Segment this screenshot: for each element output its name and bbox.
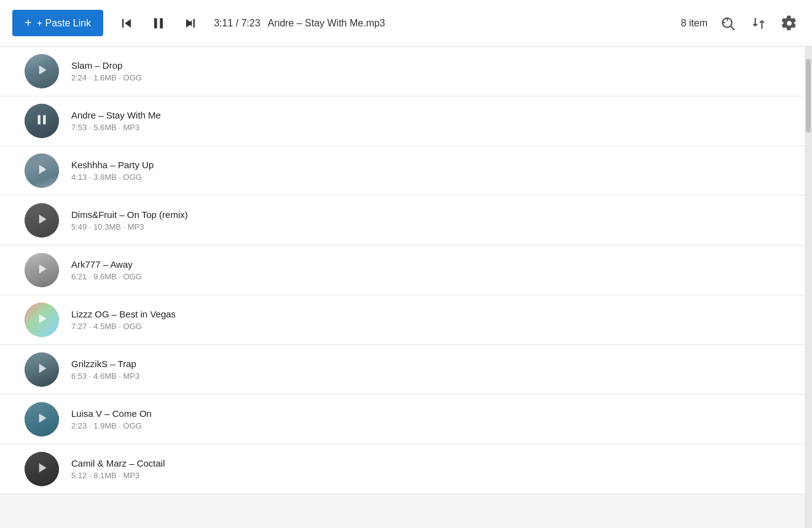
track-details: Luisa V – Come On2:23 · 1.9MB · OGG [71, 408, 787, 430]
list-item[interactable]: GrilzzikS – Trap6:53 · 4.6MB · MP3 [0, 345, 812, 395]
item-count: 8 item [681, 18, 708, 29]
plus-icon: + [25, 16, 32, 30]
avatar [25, 402, 59, 437]
avatar [25, 452, 59, 486]
list-item[interactable]: Andre – Stay With Me7:53 · 5.6MB · MP3 [0, 96, 812, 146]
track-title: Slam – Drop [71, 60, 787, 71]
track-meta: 2:23 · 1.9MB · OGG [71, 421, 787, 430]
track-title: Andre – Stay With Me [71, 110, 787, 120]
track-title: Lizzz OG – Best in Vegas [71, 309, 787, 319]
track-details: Ark777 – Away6:21 · 9.6MB · OGG [71, 259, 787, 281]
track-details: Andre – Stay With Me7:53 · 5.6MB · MP3 [71, 110, 787, 132]
list-item[interactable]: Keshhha – Party Up4:13 · 3.8MB · OGG [0, 146, 812, 196]
search-icon [720, 15, 736, 31]
svg-line-1 [731, 26, 735, 29]
track-details: Camil & Marz – Coctail5:12 · 8.1MB · MP3 [71, 458, 787, 480]
track-title: Dims&Fruit – On Top (remix) [71, 209, 787, 220]
track-details: Dims&Fruit – On Top (remix)5:49 · 10.3MB… [71, 209, 787, 231]
playback-controls [115, 12, 201, 34]
play-overlay [34, 460, 50, 478]
play-overlay [34, 360, 50, 379]
paste-link-label: + Paste Link [37, 18, 92, 29]
paste-link-button[interactable]: + + Paste Link [12, 10, 103, 36]
track-meta: 4:13 · 3.8MB · OGG [71, 173, 787, 182]
track-details: Keshhha – Party Up4:13 · 3.8MB · OGG [71, 160, 787, 182]
play-overlay [34, 410, 50, 429]
next-button[interactable] [179, 12, 201, 34]
settings-icon [781, 15, 797, 31]
track-title: Ark777 – Away [71, 259, 787, 270]
track-meta: 6:53 · 4.6MB · MP3 [71, 371, 787, 381]
list-item[interactable]: Ark777 – Away6:21 · 9.6MB · OGG [0, 246, 812, 295]
track-details: Lizzz OG – Best in Vegas7:27 · 4.5MB · O… [71, 309, 787, 331]
skip-previous-icon [118, 15, 135, 32]
list-item[interactable]: Luisa V – Come On2:23 · 1.9MB · OGG [0, 395, 812, 445]
scrollbar-thumb[interactable] [806, 59, 811, 133]
header: + + Paste Link 3:11 / 7:23 Andre – Stay … [0, 0, 812, 47]
play-overlay [34, 311, 50, 329]
play-overlay [34, 161, 50, 180]
sort-button[interactable] [748, 13, 769, 34]
search-button[interactable] [717, 13, 738, 34]
track-title: Keshhha – Party Up [71, 160, 787, 170]
play-overlay [34, 211, 50, 230]
list-item[interactable]: Camil & Marz – Coctail5:12 · 8.1MB · MP3 [0, 445, 812, 494]
avatar [25, 303, 59, 337]
track-meta: 5:49 · 10.3MB · MP3 [71, 222, 787, 231]
track-title: Camil & Marz – Coctail [71, 458, 787, 468]
play-overlay [34, 62, 50, 80]
track-meta: 7:27 · 4.5MB · OGG [71, 322, 787, 331]
pause-overlay [34, 112, 50, 130]
list-item[interactable]: Dims&Fruit – On Top (remix)5:49 · 10.3MB… [0, 196, 812, 246]
sort-icon [751, 15, 767, 31]
pause-button[interactable] [147, 12, 170, 34]
track-details: Slam – Drop2:24 · 1.6MB · OGG [71, 60, 787, 82]
time-display: 3:11 / 7:23 [214, 18, 260, 29]
avatar [25, 203, 59, 238]
track-meta: 6:21 · 9.6MB · OGG [71, 272, 787, 281]
list-item[interactable]: Lizzz OG – Best in Vegas7:27 · 4.5MB · O… [0, 295, 812, 345]
now-playing-title: Andre – Stay With Me.mp3 [268, 18, 385, 29]
list-item[interactable]: Slam – Drop2:24 · 1.6MB · OGG [0, 47, 812, 96]
avatar [25, 54, 59, 88]
avatar [25, 153, 59, 188]
skip-next-icon [182, 15, 199, 32]
play-overlay [34, 261, 50, 279]
track-title: GrilzzikS – Trap [71, 359, 787, 369]
track-meta: 7:53 · 5.6MB · MP3 [71, 123, 787, 132]
settings-button[interactable] [779, 13, 800, 34]
track-meta: 2:24 · 1.6MB · OGG [71, 73, 787, 82]
pause-icon [150, 15, 167, 32]
avatar [25, 104, 59, 138]
track-meta: 5:12 · 8.1MB · MP3 [71, 471, 787, 480]
avatar [25, 352, 59, 387]
track-details: GrilzzikS – Trap6:53 · 4.6MB · MP3 [71, 359, 787, 381]
header-right: 8 item [681, 13, 800, 34]
track-title: Luisa V – Come On [71, 408, 787, 419]
playlist: Slam – Drop2:24 · 1.6MB · OGGAndre – Sta… [0, 47, 812, 494]
scrollbar-track[interactable] [805, 47, 812, 528]
prev-button[interactable] [115, 12, 138, 34]
track-info: 3:11 / 7:23 Andre – Stay With Me.mp3 [214, 18, 668, 29]
avatar [25, 253, 59, 287]
